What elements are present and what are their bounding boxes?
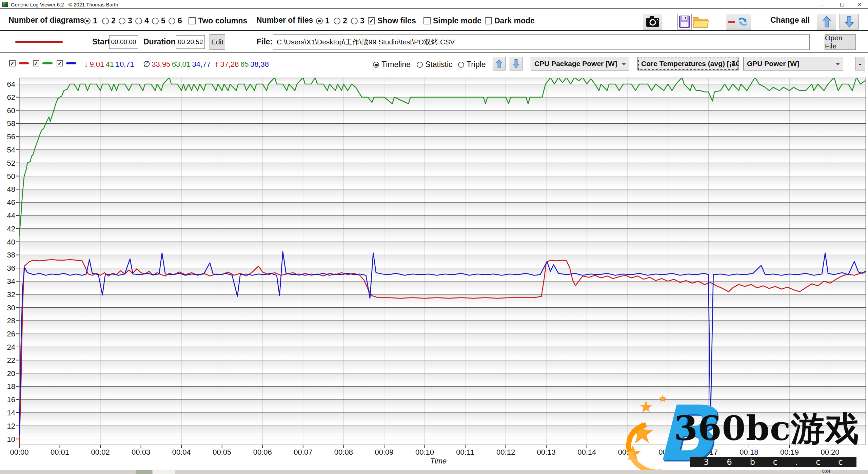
diagrams-radio-3[interactable]: 3 xyxy=(119,16,132,25)
svg-text:52: 52 xyxy=(7,159,15,167)
edit-button[interactable]: Edit xyxy=(210,34,225,50)
triple-radio[interactable]: Triple xyxy=(458,60,486,69)
svg-text:00:08: 00:08 xyxy=(334,448,353,456)
svg-text:60: 60 xyxy=(7,106,15,115)
svg-text:62: 62 xyxy=(7,93,15,102)
svg-text:16: 16 xyxy=(7,395,15,404)
svg-text:54: 54 xyxy=(7,146,15,154)
statistic-radio[interactable]: Statistic xyxy=(417,60,453,69)
radio-icon xyxy=(334,18,340,24)
start-time-input[interactable]: 00:00:00 xyxy=(109,35,138,49)
arrow-up-icon xyxy=(496,59,502,68)
number-of-diagrams-label: Number of diagrams xyxy=(8,16,84,25)
stats-min: ↓ 9,01 41 10,71 xyxy=(84,59,134,69)
chevron-down-icon xyxy=(622,63,626,65)
radio-icon xyxy=(458,62,464,68)
svg-text:00:09: 00:09 xyxy=(375,448,393,456)
move-up-button[interactable] xyxy=(817,14,836,29)
svg-text:32: 32 xyxy=(7,290,15,299)
svg-text:64: 64 xyxy=(7,80,15,88)
channel-dropdown-cpu-power[interactable]: CPU Package Power [W] xyxy=(531,57,629,70)
channel-down-button[interactable] xyxy=(510,57,522,70)
simple-mode-checkbox[interactable]: Simple mode xyxy=(423,16,481,25)
svg-text:50: 50 xyxy=(7,172,15,181)
maximize-button[interactable] xyxy=(833,0,850,9)
diagrams-radio-5[interactable]: 5 xyxy=(152,16,165,25)
svg-text:00:00: 00:00 xyxy=(10,448,28,456)
diagrams-radio-2[interactable]: 2 xyxy=(102,16,116,25)
radio-icon xyxy=(373,62,379,68)
checkbox-checked-icon: ✓ xyxy=(33,60,39,66)
minus-refresh-icon xyxy=(728,16,749,28)
maximize-icon xyxy=(840,3,844,6)
dark-mode-checkbox[interactable]: Dark mode xyxy=(485,16,535,25)
partial-timestamp: 00:4 xyxy=(822,469,830,474)
channel-up-button[interactable] xyxy=(493,57,506,70)
save-floppy-icon xyxy=(679,16,690,28)
diagrams-radio-1[interactable]: 1 xyxy=(84,16,97,25)
radio-icon xyxy=(102,18,109,24)
checkbox-checked-icon: ✓ xyxy=(368,17,375,24)
reset-refresh-button[interactable] xyxy=(726,14,751,29)
files-radio-2[interactable]: 2 xyxy=(334,16,347,25)
show-files-checkbox[interactable]: ✓Show files xyxy=(368,16,416,25)
save-button[interactable] xyxy=(677,14,692,29)
camera-icon xyxy=(646,16,660,27)
file-path-input[interactable]: C:\Users\X1\Desktop\工作\战99 Studio\test\P… xyxy=(273,34,810,50)
bottom-strip: 00:4 xyxy=(0,470,868,474)
close-button[interactable]: × xyxy=(851,0,868,9)
radio-icon xyxy=(417,62,423,68)
svg-text:00:14: 00:14 xyxy=(577,448,596,456)
core-series-checkbox[interactable]: ✓ xyxy=(33,60,39,66)
svg-text:28: 28 xyxy=(7,316,15,325)
app-icon xyxy=(2,2,8,7)
screenshot-button[interactable] xyxy=(643,14,662,29)
title-bar: Generic Log Viewer 6.2 - © 2021 Thomas B… xyxy=(0,0,868,9)
svg-text:30: 30 xyxy=(7,304,15,312)
arrow-down-icon xyxy=(845,16,854,27)
folder-button[interactable] xyxy=(692,15,709,30)
open-file-button[interactable]: Open File xyxy=(825,34,856,50)
checkbox-checked-icon: ✓ xyxy=(57,60,63,66)
svg-text:38: 38 xyxy=(7,251,15,259)
timeline-radio[interactable]: Timeline xyxy=(373,60,411,69)
strip-segment xyxy=(153,470,175,474)
svg-text:00:17: 00:17 xyxy=(699,448,718,456)
svg-text:14: 14 xyxy=(7,409,15,417)
radio-icon xyxy=(316,18,323,24)
svg-text:34: 34 xyxy=(7,277,15,286)
two-columns-checkbox[interactable]: Two columns xyxy=(189,16,247,25)
timeline-chart[interactable]: 00:0000:0100:0200:0300:0400:0500:0600:07… xyxy=(0,73,868,470)
svg-text:00:10: 00:10 xyxy=(415,448,434,456)
checkbox-icon xyxy=(423,17,431,24)
svg-text:26: 26 xyxy=(7,330,15,338)
cpu-series-checkbox[interactable]: ✓ xyxy=(9,60,16,66)
series-bar: ✓ ✓ ✓ ↓ 9,01 41 10,71 ∅ 33,95 63,01 34,7… xyxy=(0,53,868,73)
checkbox-checked-icon: ✓ xyxy=(9,60,16,66)
diagrams-radio-4[interactable]: 4 xyxy=(135,16,149,25)
duration-label: Duration: xyxy=(143,37,178,46)
diagrams-radio-6[interactable]: 6 xyxy=(169,16,182,25)
change-all-label: Change all xyxy=(770,16,810,25)
remove-channel-button[interactable]: - xyxy=(855,57,865,70)
checkbox-icon xyxy=(189,17,196,24)
average-icon: ∅ xyxy=(143,59,150,68)
minimize-button[interactable]: — xyxy=(814,0,831,9)
number-of-files-label: Number of files xyxy=(256,16,313,25)
radio-icon xyxy=(152,18,159,24)
move-down-button[interactable] xyxy=(840,14,859,29)
files-radio-1[interactable]: 1 xyxy=(316,16,330,25)
chart-plot-area[interactable]: 00:0000:0100:0200:0300:0400:0500:0600:07… xyxy=(0,73,868,470)
stats-avg: ∅ 33,95 63,01 34,77 xyxy=(143,59,211,69)
cpu-series-swatch xyxy=(19,62,29,64)
svg-text:48: 48 xyxy=(7,185,15,193)
files-radio-3[interactable]: 3 xyxy=(351,16,364,25)
window-title: Generic Log Viewer 6.2 - © 2021 Thomas B… xyxy=(11,2,118,7)
svg-text:44: 44 xyxy=(7,211,15,220)
channel-dropdown-gpu-power[interactable]: GPU Power [W] xyxy=(743,57,843,70)
channel-dropdown-core-temp[interactable]: Core Temperatures (avg) [¡ãC] xyxy=(637,57,739,70)
duration-input[interactable]: 00:20:52 xyxy=(176,35,205,49)
svg-text:00:04: 00:04 xyxy=(172,448,191,456)
svg-text:12: 12 xyxy=(7,422,15,430)
gpu-series-checkbox[interactable]: ✓ xyxy=(57,60,63,66)
